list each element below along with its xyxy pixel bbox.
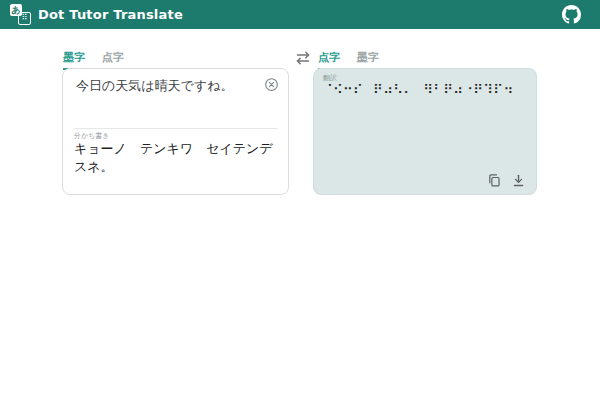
clear-input-icon[interactable] bbox=[264, 77, 279, 92]
braille-output-text: ⠈⠪⠒⠎⠀⠟⠴⠣⠄⠀⠻⠃⠟⠴⠐⠟⠹⠏⠲ bbox=[323, 82, 529, 97]
tab-target-tenji[interactable]: 点字 bbox=[318, 50, 340, 70]
tab-source-tenji[interactable]: 点字 bbox=[102, 50, 124, 65]
output-actions bbox=[487, 173, 526, 188]
translate-logo-icon: あ ⠿ bbox=[10, 4, 31, 25]
github-icon[interactable] bbox=[562, 5, 581, 24]
tab-source-sumiji[interactable]: 墨字 bbox=[63, 50, 85, 70]
app-title: Dot Tutor Translate bbox=[38, 7, 183, 22]
swap-horizontal-icon bbox=[294, 51, 312, 65]
target-tabs: 点字 墨字 bbox=[318, 50, 379, 70]
download-icon[interactable] bbox=[511, 173, 526, 188]
braille-output-card: 翻訳 ⠈⠪⠒⠎⠀⠟⠴⠣⠄⠀⠻⠃⠟⠴⠐⠟⠹⠏⠲ bbox=[313, 68, 537, 195]
divider bbox=[74, 128, 277, 129]
app-header: あ ⠿ Dot Tutor Translate bbox=[0, 0, 600, 29]
logo-kana-square: あ bbox=[10, 4, 22, 16]
source-text-input[interactable]: 今日の天気は晴天ですね。 bbox=[76, 77, 256, 95]
copy-icon[interactable] bbox=[487, 173, 502, 188]
swap-direction-button[interactable] bbox=[294, 51, 312, 65]
tab-target-sumiji[interactable]: 墨字 bbox=[357, 50, 379, 65]
source-input-card: 今日の天気は晴天ですね。 分かち書き キョーノ テンキワ セイテンデスネ。 bbox=[62, 68, 289, 195]
source-tabs: 墨字 点字 bbox=[63, 50, 124, 70]
segmented-text: キョーノ テンキワ セイテンデスネ。 bbox=[74, 140, 279, 176]
